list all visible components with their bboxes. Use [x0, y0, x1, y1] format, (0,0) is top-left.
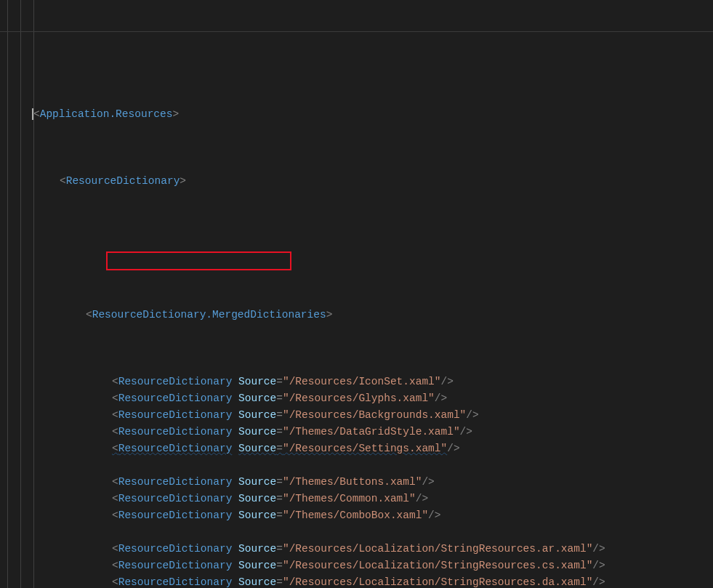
code-line[interactable]: <ResourceDictionary Source="/Resources/I… — [0, 374, 713, 390]
attr-value: "/Resources/IconSet.xaml" — [283, 376, 441, 387]
code-line[interactable]: <ResourceDictionary Source="/Resources/G… — [0, 390, 713, 407]
tag-resource-dictionary: ResourceDictionary — [118, 409, 233, 421]
tag-merged-dictionaries: ResourceDictionary.MergedDictionaries — [92, 309, 326, 321]
code-line[interactable]: <ResourceDictionary> — [0, 173, 713, 190]
attr-value: "/Resources/Glyphs.xaml" — [283, 392, 435, 404]
attr-source: Source — [238, 510, 276, 521]
tag-resource-dictionary: ResourceDictionary — [66, 175, 180, 187]
attr-source: Source — [238, 476, 276, 488]
tag-resource-dictionary: ResourceDictionary — [118, 543, 233, 555]
tag-resource-dictionary: ResourceDictionary — [118, 376, 233, 387]
attr-source: Source — [238, 443, 276, 454]
attr-source: Source — [238, 576, 276, 588]
attr-source: Source — [238, 409, 276, 421]
code-line[interactable]: <ResourceDictionary.MergedDictionaries> — [0, 307, 713, 323]
attr-value: "/Themes/Buttons.xaml" — [283, 476, 422, 488]
attr-value: "/Resources/Localization/StringResources… — [283, 543, 592, 555]
attr-value: "/Themes/ComboBox.xaml" — [283, 510, 428, 521]
tag-resource-dictionary: ResourceDictionary — [118, 392, 233, 404]
code-line[interactable]: <ResourceDictionary Source="/Resources/B… — [0, 407, 713, 424]
tag-resource-dictionary: ResourceDictionary — [118, 576, 233, 588]
attr-value: "/Resources/Backgrounds.xaml" — [283, 409, 466, 421]
attr-source: Source — [238, 543, 276, 555]
attr-value: "/Resources/Localization/StringResources… — [283, 560, 592, 571]
code-line[interactable]: <ResourceDictionary Source="/Themes/Data… — [0, 424, 713, 440]
tag-resource-dictionary: ResourceDictionary — [118, 493, 233, 504]
tag-resource-dictionary: ResourceDictionary — [118, 476, 233, 488]
attr-value: "/Themes/Common.xaml" — [283, 493, 416, 504]
tag-resource-dictionary: ResourceDictionary — [118, 426, 233, 438]
attr-value: "/Resources/Localization/StringResources… — [283, 576, 592, 588]
tag-resource-dictionary: ResourceDictionary — [118, 560, 233, 571]
blank-line — [0, 524, 713, 541]
code-editor[interactable]: <Application.Resources> <ResourceDiction… — [0, 0, 713, 588]
attr-value: "/Resources/Settings.xaml" — [283, 443, 447, 454]
code-line[interactable]: <Application.Resources> — [0, 106, 713, 123]
tag-app-resources: Application.Resources — [40, 108, 173, 120]
blank-line — [0, 240, 713, 257]
attr-source: Source — [238, 376, 276, 387]
code-line[interactable]: <ResourceDictionary Source="/Themes/Butt… — [0, 474, 713, 491]
attr-source: Source — [238, 392, 276, 404]
code-line[interactable]: <ResourceDictionary Source="/Resources/L… — [0, 574, 713, 588]
tag-resource-dictionary: ResourceDictionary — [118, 510, 233, 521]
tag-resource-dictionary: ResourceDictionary — [118, 443, 233, 454]
attr-source: Source — [238, 493, 276, 504]
code-line[interactable]: <ResourceDictionary Source="/Resources/S… — [0, 440, 713, 457]
code-line[interactable]: <ResourceDictionary Source="/Resources/L… — [0, 557, 713, 574]
code-line[interactable]: <ResourceDictionary Source="/Themes/Comb… — [0, 507, 713, 524]
code-line[interactable]: <ResourceDictionary Source="/Resources/L… — [0, 541, 713, 557]
attr-value: "/Themes/DataGridStyle.xaml" — [283, 426, 460, 438]
attr-source: Source — [238, 426, 276, 438]
attr-source: Source — [238, 560, 276, 571]
editor-divider — [0, 31, 713, 32]
blank-line — [0, 457, 713, 474]
code-line[interactable]: <ResourceDictionary Source="/Themes/Comm… — [0, 491, 713, 507]
